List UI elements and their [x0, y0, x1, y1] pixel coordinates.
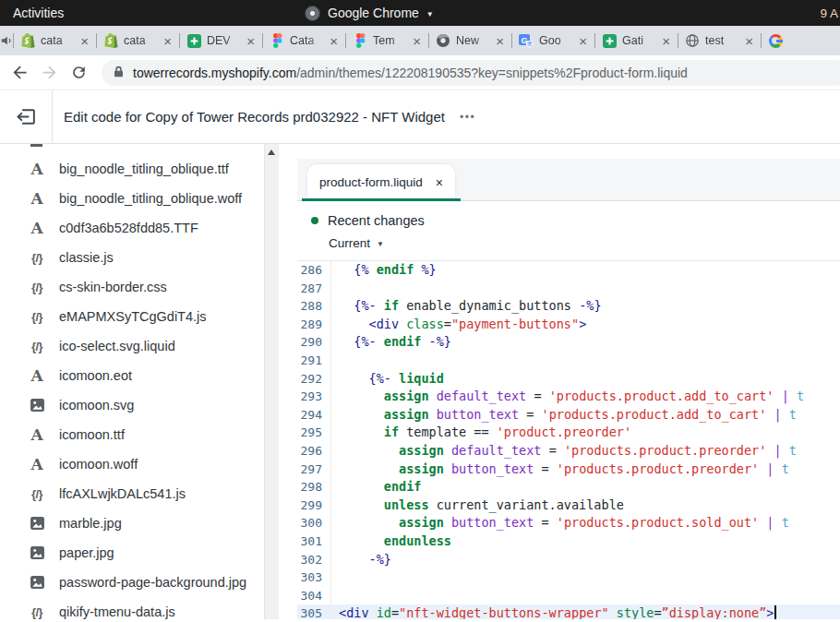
scroll-up-arrow-icon[interactable]: [268, 150, 275, 155]
file-item[interactable]: paper.jpg: [0, 538, 279, 568]
version-dropdown[interactable]: Current ▼: [329, 236, 840, 250]
recent-changes-panel: Recent changes Current ▼: [297, 201, 840, 261]
exit-code-editor-button[interactable]: [0, 90, 53, 143]
browser-tab[interactable]: test×: [678, 26, 761, 55]
tab-title: Tem: [373, 34, 407, 47]
browser-tab[interactable]: cata×: [13, 26, 96, 55]
code-line[interactable]: 293 assign default_text = 'products.prod…: [297, 388, 840, 406]
file-item[interactable]: password-page-background.jpg: [0, 568, 279, 597]
code-line-content: endunless: [331, 532, 840, 551]
tab-close-button[interactable]: ×: [80, 34, 89, 48]
tab-close-button[interactable]: ×: [496, 34, 504, 48]
code-line[interactable]: 296 assign default_text = 'products.prod…: [297, 442, 840, 461]
file-item[interactable]: marble.jpg: [0, 508, 279, 538]
file-item[interactable]: {/}classie.js: [0, 243, 279, 272]
code-line[interactable]: 298 endif: [297, 478, 840, 496]
file-tab-product-form[interactable]: product-form.liquid ×: [307, 164, 455, 200]
editor-panel: product-form.liquid × Recent changes Cur…: [297, 144, 840, 619]
file-item[interactable]: Ac0df3a6b528fdd85.TTF: [0, 213, 279, 243]
browser-tab[interactable]: [761, 26, 840, 55]
app-menu[interactable]: Google Chrome ▼: [305, 6, 434, 21]
activities-button[interactable]: Activities: [0, 6, 77, 20]
code-line[interactable]: 291: [297, 352, 840, 370]
file-name: big_noodle_titling_oblique.woff: [59, 191, 242, 206]
google-g-icon: [768, 33, 783, 48]
browser-tab[interactable]: Tem×: [345, 26, 428, 55]
file-item[interactable]: Abig_noodle_titling_oblique.ttf: [0, 154, 279, 184]
file-name: icomoon.woff: [59, 457, 138, 472]
code-line[interactable]: 305<div id="nft-widget-buttons-wrapper" …: [297, 604, 840, 619]
browser-tab[interactable]: Gati×: [594, 26, 678, 55]
code-line-content: {% endif %}: [331, 261, 840, 280]
globe-icon: [685, 33, 700, 48]
code-line-content: [331, 587, 840, 605]
browser-tab[interactable]: Cata×: [262, 26, 345, 55]
lock-icon[interactable]: [113, 65, 125, 81]
tab-title: Goo: [539, 34, 573, 47]
file-tab-close-icon[interactable]: ×: [436, 175, 443, 190]
tab-close-button[interactable]: ×: [745, 34, 753, 48]
code-line[interactable]: 290 {%- endif -%}: [297, 333, 840, 352]
line-number: 305: [297, 604, 331, 619]
file-item[interactable]: icomoon.svg: [0, 390, 279, 420]
reload-button[interactable]: [65, 59, 92, 87]
code-area[interactable]: 286 {% endif %}287288 {%- if enable_dyna…: [297, 261, 840, 619]
code-line[interactable]: 299 unless current_variant.available: [297, 496, 840, 515]
line-number: 304: [297, 587, 331, 605]
code-line[interactable]: 304: [297, 587, 840, 605]
overflow-menu-button[interactable]: •••: [460, 111, 475, 124]
browser-tab[interactable]: cata×: [96, 26, 179, 55]
file-name: icomoon.eot: [59, 368, 132, 383]
code-line[interactable]: 301 endunless: [297, 532, 840, 551]
file-item[interactable]: {/}eMAPMXSyTCgGdiT4.js: [0, 302, 279, 331]
code-line[interactable]: 288 {%- if enable_dynamic_buttons -%}: [297, 297, 840, 316]
file-item[interactable]: {/}lfcAXLwjkDALc541.js: [0, 479, 279, 508]
sidebar-scrollbar[interactable]: [264, 144, 279, 619]
audio-speaker-icon[interactable]: [0, 26, 13, 55]
tab-close-button[interactable]: ×: [246, 34, 255, 48]
address-bar[interactable]: towerrecords.myshopify.com/admin/themes/…: [102, 60, 840, 86]
tab-close-button[interactable]: ×: [413, 34, 421, 48]
translate-icon: G: [519, 33, 534, 48]
browser-tab[interactable]: New×: [428, 26, 511, 55]
file-item[interactable]: {/}qikify-tmenu-data.js: [0, 597, 279, 619]
file-item[interactable]: Aicomoon.woff: [0, 449, 279, 479]
code-line[interactable]: 297 assign button_text = 'products.produ…: [297, 461, 840, 479]
browser-tab-strip: cata×cata×DEV×Cata×Tem×New×GGoo×Gati×tes…: [0, 26, 840, 55]
file-name: eMAPMXSyTCgGdiT4.js: [59, 309, 207, 324]
code-line[interactable]: 294 assign button_text = 'products.produ…: [297, 406, 840, 425]
font-file-icon: A: [27, 425, 47, 444]
file-item[interactable]: Aicomoon.ttf: [0, 420, 279, 449]
font-file-icon: A: [27, 160, 47, 178]
line-number: 286: [297, 261, 331, 280]
code-line[interactable]: 303: [297, 568, 840, 587]
file-item[interactable]: {/}ico-select.svg.liquid: [0, 331, 279, 361]
code-line[interactable]: 300 assign button_text = 'products.produ…: [297, 514, 840, 532]
file-name: ico-select.svg.liquid: [59, 339, 175, 353]
code-line[interactable]: 286 {% endif %}: [297, 261, 840, 280]
tab-close-button[interactable]: ×: [579, 34, 587, 48]
file-name: classie.js: [59, 250, 114, 265]
code-file-icon: {/}: [27, 281, 47, 294]
tab-close-button[interactable]: ×: [163, 34, 172, 48]
content: Abig_noodle_titling_oblique.ttfAbig_nood…: [0, 144, 840, 619]
browser-tab[interactable]: GGoo×: [511, 26, 594, 55]
file-item[interactable]: Aicomoon.eot: [0, 361, 279, 390]
browser-tab[interactable]: DEV×: [179, 26, 262, 55]
tab-close-button[interactable]: ×: [330, 34, 338, 48]
code-line[interactable]: 292 {%- liquid: [297, 370, 840, 389]
code-line[interactable]: 289 <div class="payment-buttons">: [297, 316, 840, 334]
tab-close-button[interactable]: ×: [662, 34, 670, 48]
forward-button[interactable]: [35, 59, 63, 87]
back-button[interactable]: [6, 59, 33, 87]
clock[interactable]: 9 A: [820, 6, 838, 20]
file-item[interactable]: Abig_noodle_titling_oblique.woff: [0, 184, 279, 213]
code-line[interactable]: 295 if template == 'product.preorder': [297, 424, 840, 442]
file-item[interactable]: {/}cs-skin-border.css: [0, 272, 279, 302]
code-line[interactable]: 287: [297, 280, 840, 298]
line-number: 288: [297, 297, 331, 316]
line-number: 289: [297, 316, 331, 334]
version-label: Current: [329, 236, 370, 250]
line-number: 302: [297, 551, 331, 569]
code-line[interactable]: 302 -%}: [297, 551, 840, 569]
